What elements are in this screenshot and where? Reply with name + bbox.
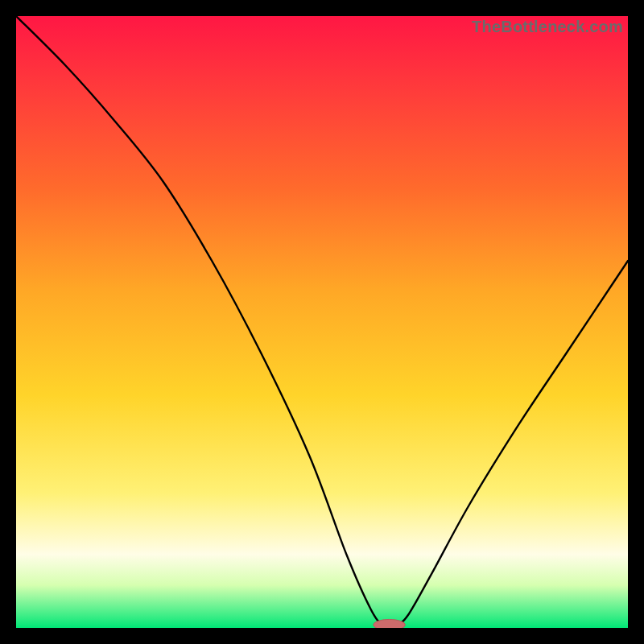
bottleneck-curve-path [16, 16, 628, 626]
bottleneck-curve-svg [16, 16, 628, 628]
watermark-text: TheBottleneck.com [472, 18, 623, 36]
chart-frame: TheBottleneck.com [0, 0, 644, 644]
optimum-marker [374, 619, 406, 628]
plot-area: TheBottleneck.com [16, 16, 628, 628]
